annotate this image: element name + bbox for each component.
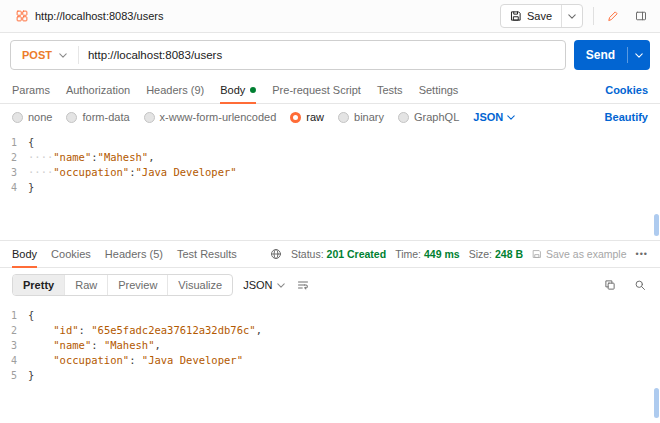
- code-line: 1{: [0, 308, 660, 323]
- view-raw[interactable]: Raw: [65, 275, 108, 295]
- request-bar: POST Send: [0, 33, 660, 77]
- tab-settings[interactable]: Settings: [419, 77, 459, 103]
- code-token: ,: [148, 151, 154, 163]
- request-tab[interactable]: http://localhost:8083/users: [10, 0, 169, 32]
- body-type-none[interactable]: none: [12, 111, 52, 123]
- response-body-code: 1{2 "id": "65e5fadc2ea37612a32db76c",3 "…: [0, 308, 660, 383]
- search-icon: [634, 279, 646, 291]
- line-number: 4: [0, 180, 28, 195]
- save-button-group: Save: [500, 4, 583, 28]
- tab-authorization[interactable]: Authorization: [66, 77, 130, 103]
- copy-button[interactable]: [602, 277, 618, 293]
- code-text: }: [28, 180, 34, 195]
- pencil-icon: [607, 10, 619, 22]
- radio-label: binary: [354, 111, 384, 123]
- save-icon: [510, 10, 522, 22]
- line-number: 2: [0, 323, 28, 338]
- code-token: [28, 339, 53, 351]
- code-token: ,: [154, 339, 160, 351]
- tab-headers[interactable]: Headers (9): [146, 77, 204, 103]
- code-token: "Java Developer": [135, 166, 236, 178]
- radio-icon: [66, 112, 77, 123]
- code-token: {: [28, 309, 34, 321]
- beautify-link[interactable]: Beautify: [605, 111, 648, 123]
- body-type-x-www-form-urlencoded[interactable]: x-www-form-urlencoded: [144, 111, 277, 123]
- search-button[interactable]: [632, 277, 648, 293]
- radio-icon: [144, 112, 155, 123]
- code-token: [28, 324, 53, 336]
- wrap-text-button[interactable]: [295, 277, 311, 293]
- code-text: {: [28, 135, 34, 150]
- status-badge[interactable]: Status: 201 Created: [291, 248, 386, 260]
- save-options-button[interactable]: [561, 5, 582, 27]
- code-token: "occupation": [53, 166, 129, 178]
- code-token: "65e5fadc2ea37612a32db76c": [91, 324, 255, 336]
- code-text: }: [28, 368, 34, 383]
- response-body-editor[interactable]: 1{2 "id": "65e5fadc2ea37612a32db76c",3 "…: [0, 302, 660, 423]
- tab-params[interactable]: Params: [12, 77, 50, 103]
- send-button[interactable]: Send: [574, 40, 650, 70]
- body-type-bar: none form-data x-www-form-urlencoded raw…: [0, 104, 660, 130]
- code-token: "Mahesh": [104, 339, 155, 351]
- tab-body[interactable]: Body: [220, 77, 256, 103]
- edit-button[interactable]: [604, 7, 622, 25]
- size-badge[interactable]: Size: 248 B: [469, 248, 523, 260]
- view-pretty[interactable]: Pretty: [13, 275, 65, 295]
- code-text: {: [28, 308, 34, 323]
- method-label: POST: [22, 49, 52, 61]
- request-grid-icon: [16, 10, 28, 22]
- response-tab-headers[interactable]: Headers (5): [105, 241, 163, 267]
- response-tab-body[interactable]: Body: [12, 241, 37, 267]
- line-number: 1: [0, 135, 28, 150]
- response-toolbar-actions: [602, 277, 648, 293]
- body-content-dot: [250, 87, 256, 93]
- response-tab-test-results[interactable]: Test Results: [177, 241, 237, 267]
- url-input[interactable]: [88, 49, 565, 61]
- code-token: {: [28, 136, 34, 148]
- language-label: JSON: [473, 111, 503, 123]
- tab-tests[interactable]: Tests: [377, 77, 403, 103]
- view-preview[interactable]: Preview: [108, 275, 168, 295]
- response-tab-cookies[interactable]: Cookies: [51, 241, 91, 267]
- response-language-label: JSON: [243, 279, 272, 291]
- code-text: ····"occupation":"Java Developer": [28, 165, 237, 180]
- code-line: 2 "id": "65e5fadc2ea37612a32db76c",: [0, 323, 660, 338]
- time-value: 449 ms: [424, 248, 460, 260]
- code-token: "Mahesh": [98, 151, 149, 163]
- more-options-button[interactable]: •••: [636, 249, 648, 259]
- save-button-label: Save: [527, 10, 552, 22]
- body-type-form-data[interactable]: form-data: [66, 111, 129, 123]
- method-selector[interactable]: POST: [11, 41, 78, 69]
- code-token: "occupation": [53, 354, 129, 366]
- status-value: 201 Created: [327, 248, 387, 260]
- code-line: 5}: [0, 368, 660, 383]
- chevron-down-icon: [59, 53, 67, 58]
- scrollbar-thumb[interactable]: [654, 388, 659, 418]
- response-language-selector[interactable]: JSON: [243, 279, 284, 291]
- cookies-link[interactable]: Cookies: [605, 84, 648, 96]
- body-type-binary[interactable]: binary: [338, 111, 384, 123]
- request-body-editor[interactable]: 1{2····"name":"Mahesh",3····"occupation"…: [0, 130, 660, 240]
- code-token: "id": [53, 324, 78, 336]
- code-token: :: [129, 354, 142, 366]
- copy-icon: [604, 279, 616, 291]
- response-toolbar: Pretty Raw Preview Visualize JSON: [0, 268, 660, 302]
- code-line: 3 "name": "Mahesh",: [0, 338, 660, 353]
- language-selector[interactable]: JSON: [473, 111, 515, 123]
- tab-pre-request-script[interactable]: Pre-request Script: [272, 77, 361, 103]
- code-line: 4}: [0, 180, 660, 195]
- body-type-raw[interactable]: raw: [290, 111, 324, 123]
- code-line: 3····"occupation":"Java Developer": [0, 165, 660, 180]
- body-type-graphql[interactable]: GraphQL: [398, 111, 459, 123]
- comments-panel-icon: [635, 10, 647, 22]
- comments-button[interactable]: [632, 7, 650, 25]
- send-options-button[interactable]: [628, 53, 650, 58]
- time-badge[interactable]: Time: 449 ms: [395, 248, 460, 260]
- radio-label: raw: [306, 111, 324, 123]
- scrollbar-thumb[interactable]: [654, 214, 659, 236]
- code-token: ····: [28, 151, 53, 163]
- view-visualize[interactable]: Visualize: [168, 275, 232, 295]
- save-button[interactable]: Save: [501, 5, 561, 27]
- network-globe-icon[interactable]: [270, 248, 282, 260]
- save-as-example-button[interactable]: Save as example: [532, 248, 627, 260]
